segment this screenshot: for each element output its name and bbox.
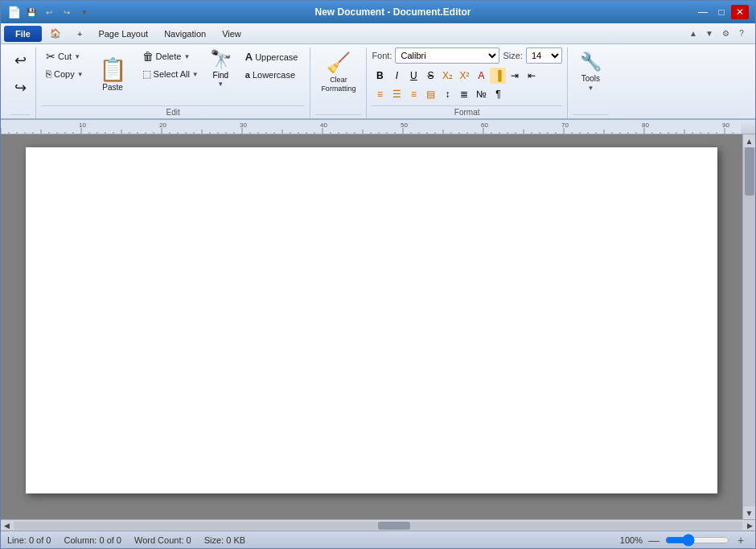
delete-label: Delete [156, 52, 182, 61]
paste-button[interactable]: 📋 Paste [92, 47, 134, 102]
title-left: 📄 💾 ↩ ↪ ▼ [7, 5, 92, 19]
menu-file[interactable]: File [4, 26, 42, 42]
menu-home[interactable]: 🏠 [42, 26, 69, 41]
vscroll-thumb[interactable] [745, 147, 754, 196]
tools-icon: 🔧 [580, 52, 602, 72]
clear-formatting-button[interactable]: 🧹 ClearFormatting [315, 47, 361, 97]
delete-button[interactable]: 🗑 Delete ▼ [138, 47, 203, 65]
tools-button[interactable]: 🔧 Tools ▼ [573, 47, 609, 96]
justify-button[interactable]: ▤ [422, 86, 438, 102]
undo-redo-buttons: ↩ ↪ [10, 47, 31, 101]
list-button[interactable]: ≣ [456, 86, 472, 102]
ribbon-group-tools: 🔧 Tools ▼ [568, 47, 614, 118]
select-all-button[interactable]: ⬚ Select All ▼ [138, 66, 203, 82]
document-page[interactable] [26, 147, 717, 493]
window-title: New Document - Document.Editor [92, 6, 694, 18]
menu-add-tab[interactable]: + [69, 27, 90, 41]
select-all-icon: ⬚ [142, 68, 151, 80]
document-scroll[interactable] [1, 134, 742, 519]
nav-down-icon[interactable]: ▼ [702, 27, 717, 41]
cut-copy-col: ✂ Cut ▼ ⎘ Copy ▼ [41, 47, 88, 82]
tools-label: Tools [581, 74, 600, 83]
zoom-out-button[interactable]: — [646, 535, 662, 546]
clearfmt-content: 🧹 ClearFormatting [315, 47, 361, 113]
zoom-in-button[interactable]: + [733, 535, 749, 546]
menu-nav-icons: ▲ ▼ ⚙ ? [686, 27, 752, 41]
menu-page-layout[interactable]: Page Layout [90, 27, 156, 41]
paragraph-button[interactable]: ¶ [490, 86, 506, 102]
zoom-value: 100% [620, 535, 643, 545]
cut-button[interactable]: ✂ Cut ▼ [41, 47, 88, 65]
window-controls: — □ ✕ [694, 5, 749, 19]
format-content: Font: Calibri Arial Times New Roman Size… [372, 47, 562, 104]
quick-undo[interactable]: ↩ [42, 5, 56, 19]
align-right-button[interactable]: ≡ [405, 86, 421, 102]
status-line: Line: 0 of 0 [7, 535, 51, 545]
ribbon-group-undoredo: ↩ ↪ [6, 47, 36, 118]
align-left-button[interactable]: ≡ [372, 86, 388, 102]
nav-up-icon[interactable]: ▲ [686, 27, 701, 41]
close-button[interactable]: ✕ [731, 5, 749, 19]
lowercase-button[interactable]: a Lowercase [238, 67, 306, 83]
size-label: Size: [503, 51, 522, 60]
underline-button[interactable]: U [405, 68, 421, 84]
menu-navigation[interactable]: Navigation [156, 27, 214, 41]
copy-label: Copy [54, 69, 75, 79]
copy-button[interactable]: ⎘ Copy ▼ [41, 66, 88, 82]
font-label: Font: [372, 51, 392, 60]
font-color-button[interactable]: A [473, 68, 489, 84]
horizontal-scrollbar[interactable]: ◀ ▶ [1, 519, 755, 530]
hscroll-right-arrow[interactable]: ▶ [744, 520, 755, 531]
vertical-scrollbar[interactable]: ▲ ▼ [742, 134, 755, 519]
vscroll-track[interactable] [743, 147, 755, 506]
case-col: A Uppercase a Lowercase [238, 47, 306, 83]
subscript-button[interactable]: X₂ [439, 68, 455, 84]
zoom-slider[interactable] [665, 534, 729, 547]
ruler [1, 120, 755, 134]
delete-arrow: ▼ [183, 53, 190, 60]
increase-indent-button[interactable]: ⇥ [507, 68, 523, 84]
strikethrough-button[interactable]: S [422, 68, 438, 84]
help-icon[interactable]: ? [734, 27, 749, 41]
italic-button[interactable]: I [388, 68, 405, 84]
superscript-button[interactable]: X² [456, 68, 472, 84]
cut-arrow: ▼ [74, 53, 80, 60]
hscroll-thumb[interactable] [378, 522, 410, 530]
bold-button[interactable]: B [372, 68, 388, 84]
document-area: ▲ ▼ ◀ ▶ [1, 120, 755, 530]
quick-menu-arrow[interactable]: ▼ [77, 5, 92, 19]
hscroll-left-arrow[interactable]: ◀ [1, 520, 12, 531]
copy-icon: ⎘ [46, 68, 51, 80]
lowercase-icon: a [245, 70, 250, 80]
clear-fmt-label: ClearFormatting [321, 76, 355, 93]
line-spacing-button[interactable]: ↕ [439, 86, 455, 102]
status-right: 100% — + [620, 534, 749, 547]
settings-icon[interactable]: ⚙ [718, 27, 733, 41]
menu-view[interactable]: View [214, 27, 249, 41]
paste-label: Paste [102, 83, 123, 92]
copy-arrow: ▼ [77, 71, 84, 78]
align-center-button[interactable]: ☰ [388, 86, 405, 102]
format-label-visible: Format [372, 105, 562, 117]
font-select[interactable]: Calibri Arial Times New Roman [395, 47, 499, 64]
undo-button[interactable]: ↩ [10, 47, 31, 73]
main-scroll-area: ▲ ▼ [1, 134, 755, 519]
find-button[interactable]: 🔭 Find ▼ [207, 47, 235, 89]
minimize-button[interactable]: — [694, 5, 712, 19]
hscroll-track[interactable] [14, 522, 742, 530]
highlight-button[interactable]: ▐ [490, 68, 506, 84]
uppercase-button[interactable]: A Uppercase [238, 47, 306, 66]
redo-button[interactable]: ↪ [10, 75, 31, 101]
quick-save[interactable]: 💾 [24, 5, 39, 19]
numbered-list-button[interactable]: № [473, 86, 489, 102]
size-select[interactable]: 14 10 12 16 18 [526, 47, 562, 64]
vscroll-up-arrow[interactable]: ▲ [743, 134, 756, 147]
vscroll-down-arrow[interactable]: ▼ [743, 506, 756, 519]
maximize-button[interactable]: □ [713, 5, 730, 19]
ruler-canvas [1, 120, 741, 134]
clear-fmt-icon: 🧹 [327, 52, 351, 74]
font-size-row: Font: Calibri Arial Times New Roman Size… [372, 47, 562, 64]
quick-redo[interactable]: ↪ [60, 5, 74, 19]
status-column: Column: 0 of 0 [64, 535, 121, 545]
decrease-indent-button[interactable]: ⇤ [524, 68, 540, 84]
